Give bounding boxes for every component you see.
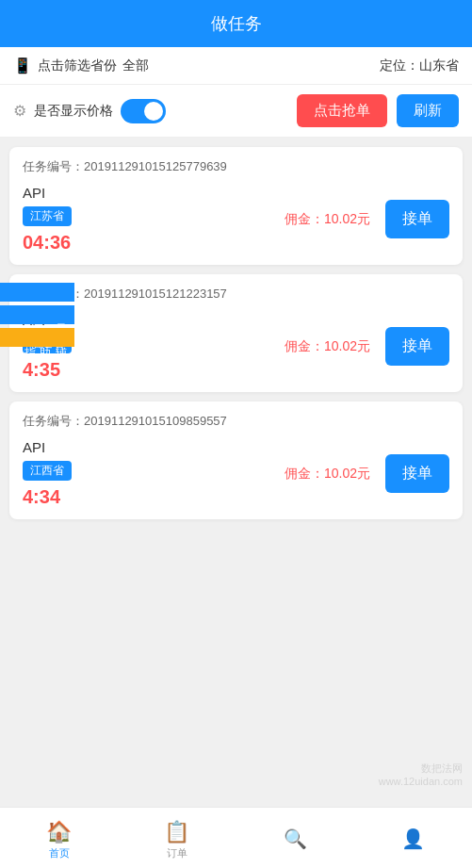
task-commission: 佣金：10.02元 bbox=[285, 338, 370, 355]
watermark-text: 数把法网www.12uidan.com bbox=[379, 762, 463, 787]
task-info: API 江苏省 04:36 bbox=[23, 185, 285, 254]
profile-icon: 👤 bbox=[401, 827, 425, 850]
filter-value: 全部 bbox=[122, 57, 149, 74]
task-id: 任务编号：201911291015125779639 bbox=[23, 158, 449, 175]
task-commission: 佣金：10.02元 bbox=[285, 211, 370, 228]
guide-button[interactable]: 辅 助 指 南 bbox=[0, 328, 74, 347]
task-body: API 福建省 4:35 佣金：10.02元 接单 bbox=[23, 312, 449, 381]
grab-order-button[interactable]: 点击抢单 bbox=[297, 94, 387, 127]
task-timer: 04:36 bbox=[23, 232, 285, 254]
bottom-nav: 🏠 首页 📋 订单 🔍 👤 bbox=[0, 807, 472, 868]
accept-button[interactable]: 接单 bbox=[385, 200, 449, 238]
filter-bar: 📱 点击筛选省份 全部 定位：山东省 bbox=[0, 47, 472, 85]
price-toggle-switch[interactable] bbox=[121, 99, 166, 123]
task-card: 任务编号：201911291015125779639 API 江苏省 04:36… bbox=[9, 147, 463, 265]
nav-home[interactable]: 🏠 首页 bbox=[0, 816, 118, 860]
search-icon: 🔍 bbox=[284, 827, 307, 850]
task-commission: 佣金：10.02元 bbox=[285, 466, 370, 483]
nav-profile[interactable]: 👤 bbox=[354, 824, 472, 852]
home-icon: 🏠 bbox=[46, 820, 72, 844]
task-type: API bbox=[23, 439, 285, 455]
notice-button[interactable]: 公 告 bbox=[0, 283, 74, 302]
province-tag: 江西省 bbox=[23, 461, 72, 481]
header: 做任务 bbox=[0, 0, 472, 47]
province-tag: 江苏省 bbox=[23, 206, 72, 226]
task-timer: 4:34 bbox=[23, 486, 285, 508]
task-card: 任务编号：201911291015109859557 API 江西省 4:34 … bbox=[9, 401, 463, 519]
filter-label[interactable]: 点击筛选省份 bbox=[38, 57, 117, 74]
side-buttons: 公 告 最 新 活 动 辅 助 指 南 bbox=[0, 283, 74, 347]
nav-search[interactable]: 🔍 bbox=[236, 824, 354, 852]
phone-icon: 📱 bbox=[13, 57, 32, 74]
task-timer: 4:35 bbox=[23, 359, 285, 381]
gear-icon: ⚙ bbox=[13, 102, 26, 120]
task-info: API 江西省 4:34 bbox=[23, 439, 285, 508]
toggle-group: ⚙ 是否显示价格 bbox=[13, 99, 297, 123]
activity-button[interactable]: 最 新 活 动 bbox=[0, 305, 74, 324]
price-toggle-label: 是否显示价格 bbox=[34, 103, 113, 120]
action-bar: ⚙ 是否显示价格 点击抢单 刷新 bbox=[0, 85, 472, 138]
task-id: 任务编号：201911291015121223157 bbox=[23, 286, 449, 303]
accept-button[interactable]: 接单 bbox=[385, 327, 449, 366]
filter-left: 📱 点击筛选省份 全部 bbox=[13, 57, 149, 74]
refresh-button[interactable]: 刷新 bbox=[397, 94, 459, 127]
nav-home-label: 首页 bbox=[49, 846, 70, 860]
location-display: 定位：山东省 bbox=[380, 57, 459, 74]
nav-orders[interactable]: 📋 订单 bbox=[118, 816, 236, 860]
watermark: 数把法网www.12uidan.com bbox=[284, 745, 472, 802]
task-card: 任务编号：201911291015121223157 API 福建省 4:35 … bbox=[9, 274, 463, 392]
nav-orders-label: 订单 bbox=[167, 846, 187, 860]
task-body: API 江西省 4:34 佣金：10.02元 接单 bbox=[23, 439, 449, 508]
task-type: API bbox=[23, 185, 285, 201]
task-id: 任务编号：201911291015109859557 bbox=[23, 413, 449, 430]
location-text: 定位：山东省 bbox=[380, 57, 459, 73]
header-title: 做任务 bbox=[211, 12, 262, 35]
accept-button[interactable]: 接单 bbox=[385, 454, 449, 493]
orders-icon: 📋 bbox=[164, 820, 189, 844]
task-body: API 江苏省 04:36 佣金：10.02元 接单 bbox=[23, 185, 449, 254]
